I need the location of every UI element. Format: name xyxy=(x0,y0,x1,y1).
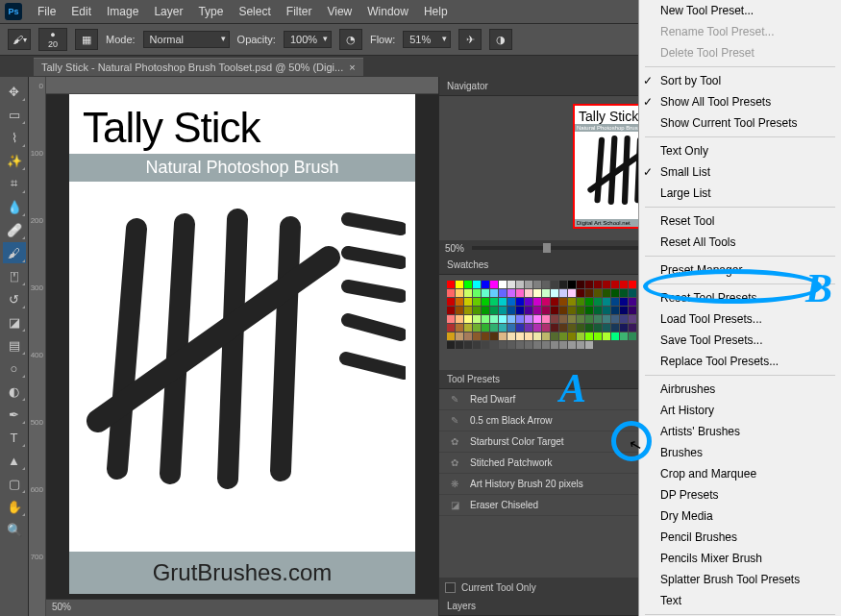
swatch[interactable] xyxy=(611,315,619,323)
swatch[interactable] xyxy=(551,341,558,349)
swatch[interactable] xyxy=(499,298,507,306)
swatch[interactable] xyxy=(542,298,550,306)
dodge-tool[interactable]: ◐ xyxy=(3,381,26,402)
type-tool[interactable]: T xyxy=(3,427,26,448)
healing-tool[interactable]: 🩹 xyxy=(3,219,26,240)
swatch[interactable] xyxy=(559,289,567,297)
swatch[interactable] xyxy=(594,333,602,340)
swatch[interactable] xyxy=(490,315,498,323)
swatch[interactable] xyxy=(525,281,532,288)
swatch[interactable] xyxy=(507,315,515,323)
swatch[interactable] xyxy=(533,315,541,323)
swatch[interactable] xyxy=(507,307,515,314)
swatch[interactable] xyxy=(577,324,584,332)
swatch[interactable] xyxy=(620,298,628,306)
swatch[interactable] xyxy=(542,324,550,332)
swatch[interactable] xyxy=(525,289,532,297)
swatch[interactable] xyxy=(482,324,489,332)
swatch[interactable] xyxy=(542,281,550,288)
swatch[interactable] xyxy=(611,324,619,332)
swatch[interactable] xyxy=(490,333,498,340)
menu-item-art-history[interactable]: Art History xyxy=(639,400,841,421)
menu-item-large-list[interactable]: Large List xyxy=(639,183,841,204)
swatch[interactable] xyxy=(585,315,593,323)
swatch[interactable] xyxy=(499,315,507,323)
swatch[interactable] xyxy=(490,324,498,332)
swatch[interactable] xyxy=(482,333,489,340)
swatch[interactable] xyxy=(464,324,472,332)
swatch[interactable] xyxy=(611,289,619,297)
menu-item-preset-manager[interactable]: Preset Manager... xyxy=(639,259,841,281)
swatch[interactable] xyxy=(620,333,628,340)
history-brush-tool[interactable]: ↺ xyxy=(3,288,26,309)
swatch[interactable] xyxy=(551,333,558,340)
swatch[interactable] xyxy=(473,341,481,349)
marquee-tool[interactable]: ▭ xyxy=(3,104,26,125)
swatch[interactable] xyxy=(533,333,541,340)
swatch[interactable] xyxy=(482,341,489,349)
swatch[interactable] xyxy=(585,324,593,332)
zoom-tool[interactable]: 🔍 xyxy=(3,519,26,540)
swatch[interactable] xyxy=(473,281,481,288)
swatch[interactable] xyxy=(533,324,541,332)
menu-item-splatter-brush-tool-presets[interactable]: Splatter Brush Tool Presets xyxy=(639,569,841,590)
brush-tool[interactable]: 🖌 xyxy=(3,242,26,263)
swatch[interactable] xyxy=(473,307,481,314)
stamp-tool[interactable]: ⍞ xyxy=(3,265,26,286)
swatch[interactable] xyxy=(464,289,472,297)
menu-item-replace-tool-presets[interactable]: Replace Tool Presets... xyxy=(639,351,841,372)
swatch[interactable] xyxy=(516,307,524,314)
swatch[interactable] xyxy=(464,333,472,340)
swatch[interactable] xyxy=(499,307,507,314)
crop-tool[interactable]: ⌗ xyxy=(3,173,26,194)
swatch[interactable] xyxy=(456,298,463,306)
swatch[interactable] xyxy=(629,281,636,288)
swatch[interactable] xyxy=(525,324,532,332)
swatch[interactable] xyxy=(559,324,567,332)
swatch[interactable] xyxy=(629,333,636,340)
menu-item-new-tool-preset[interactable]: New Tool Preset... xyxy=(639,0,841,21)
hand-tool[interactable]: ✋ xyxy=(3,496,26,517)
swatch[interactable] xyxy=(542,289,550,297)
swatch[interactable] xyxy=(533,289,541,297)
swatch[interactable] xyxy=(507,341,515,349)
swatch[interactable] xyxy=(473,298,481,306)
swatch[interactable] xyxy=(473,333,481,340)
swatch[interactable] xyxy=(507,298,515,306)
swatch[interactable] xyxy=(516,315,524,323)
menu-item-show-current-tool-presets[interactable]: Show Current Tool Presets xyxy=(639,112,841,134)
swatch[interactable] xyxy=(507,333,515,340)
lasso-tool[interactable]: ⌇ xyxy=(3,127,26,148)
eyedropper-tool[interactable]: 💧 xyxy=(3,196,26,217)
swatch[interactable] xyxy=(456,315,463,323)
menu-item-artists-brushes[interactable]: Artists' Brushes xyxy=(639,421,841,442)
swatch[interactable] xyxy=(620,281,628,288)
swatch[interactable] xyxy=(620,324,628,332)
menu-item-small-list[interactable]: Small List xyxy=(639,161,841,183)
swatch[interactable] xyxy=(490,289,498,297)
menu-help[interactable]: Help xyxy=(416,5,456,18)
swatch[interactable] xyxy=(568,333,576,340)
swatch[interactable] xyxy=(482,298,489,306)
swatch[interactable] xyxy=(568,289,576,297)
swatch[interactable] xyxy=(594,315,602,323)
mode-select[interactable]: Normal xyxy=(143,31,230,48)
menu-item-reset-tool-presets[interactable]: Reset Tool Presets... xyxy=(639,287,841,308)
swatch[interactable] xyxy=(585,289,593,297)
swatch[interactable] xyxy=(533,341,541,349)
swatch[interactable] xyxy=(507,324,515,332)
blur-tool[interactable]: ○ xyxy=(3,357,26,379)
swatch[interactable] xyxy=(551,315,558,323)
swatch[interactable] xyxy=(559,298,567,306)
swatch[interactable] xyxy=(516,341,524,349)
swatch[interactable] xyxy=(533,298,541,306)
swatch[interactable] xyxy=(559,281,567,288)
swatch[interactable] xyxy=(456,324,463,332)
menu-layer[interactable]: Layer xyxy=(146,5,190,18)
swatch[interactable] xyxy=(594,298,602,306)
swatch[interactable] xyxy=(577,298,584,306)
current-tool-only-checkbox[interactable] xyxy=(445,582,456,593)
swatch[interactable] xyxy=(525,315,532,323)
swatch[interactable] xyxy=(577,281,584,288)
swatch[interactable] xyxy=(473,289,481,297)
